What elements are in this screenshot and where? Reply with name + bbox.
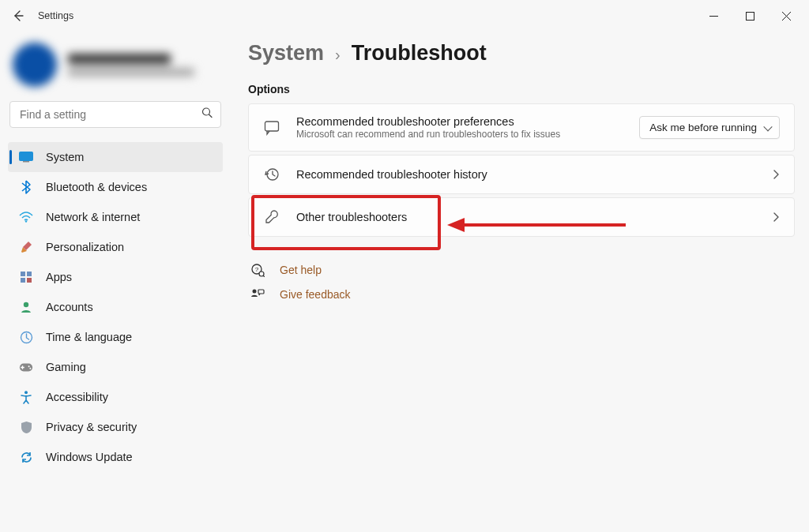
card-troubleshooter-history[interactable]: Recommended troubleshooter history — [248, 155, 795, 194]
svg-text:?: ? — [255, 266, 259, 273]
chevron-right-icon — [772, 212, 780, 223]
breadcrumb: System › Troubleshoot — [248, 41, 795, 66]
bluetooth-icon — [19, 180, 33, 194]
svg-rect-23 — [258, 290, 264, 294]
back-button[interactable] — [5, 2, 32, 29]
svg-rect-8 — [27, 278, 32, 283]
search-icon — [201, 107, 213, 122]
card-title: Recommended troubleshooter history — [296, 168, 756, 181]
profile-name — [68, 54, 171, 64]
breadcrumb-root[interactable]: System — [248, 41, 324, 66]
breadcrumb-current: Troubleshoot — [352, 41, 487, 66]
get-help-link[interactable]: ? Get help — [248, 257, 795, 283]
apps-icon — [19, 270, 33, 284]
svg-point-22 — [253, 290, 257, 294]
search-input[interactable] — [9, 101, 221, 128]
history-icon — [263, 167, 280, 182]
sidebar-item-bluetooth[interactable]: Bluetooth & devices — [8, 172, 223, 202]
sidebar-item-accounts[interactable]: Accounts — [8, 292, 223, 322]
time-language-icon — [19, 330, 33, 344]
link-label: Give feedback — [280, 288, 351, 301]
svg-rect-7 — [21, 278, 25, 283]
give-feedback-link[interactable]: Give feedback — [248, 283, 795, 306]
sidebar-item-label: Privacy & security — [46, 421, 137, 433]
card-subtitle: Microsoft can recommend and run troubles… — [296, 129, 623, 140]
sidebar-item-label: System — [46, 151, 84, 163]
card-recommended-preferences[interactable]: Recommended troubleshooter preferences M… — [248, 103, 795, 152]
profile-header[interactable] — [8, 36, 223, 101]
sidebar-item-label: Windows Update — [46, 451, 133, 463]
titlebar: Settings — [0, 0, 809, 32]
accounts-icon — [19, 300, 33, 314]
sidebar-item-label: Time & language — [46, 331, 132, 343]
sidebar-item-label: Apps — [46, 271, 72, 283]
sidebar-item-label: Accounts — [46, 301, 93, 313]
network-icon — [19, 210, 33, 224]
sidebar-item-privacy[interactable]: Privacy & security — [8, 412, 223, 442]
sidebar-item-windows-update[interactable]: Windows Update — [8, 442, 223, 472]
privacy-icon — [19, 420, 33, 434]
system-icon — [19, 150, 33, 164]
sidebar-item-accessibility[interactable]: Accessibility — [8, 382, 223, 412]
sidebar-item-time-language[interactable]: Time & language — [8, 322, 223, 352]
sidebar-item-label: Accessibility — [46, 391, 108, 403]
svg-point-9 — [24, 302, 28, 307]
maximize-button[interactable] — [732, 3, 768, 28]
gaming-icon — [19, 360, 33, 374]
svg-rect-0 — [746, 12, 754, 20]
wrench-icon — [263, 209, 280, 225]
personalization-icon — [19, 240, 33, 254]
main-content: System › Troubleshoot Options Recommende… — [231, 32, 809, 532]
svg-rect-3 — [23, 161, 29, 163]
sidebar-item-gaming[interactable]: Gaming — [8, 352, 223, 382]
section-label: Options — [248, 83, 795, 96]
windows-update-icon — [19, 450, 33, 464]
svg-point-12 — [28, 365, 30, 367]
svg-rect-6 — [27, 272, 32, 276]
svg-point-14 — [24, 391, 28, 394]
close-button[interactable] — [768, 3, 804, 28]
minimize-button[interactable] — [695, 3, 732, 28]
svg-rect-5 — [21, 272, 25, 276]
help-links: ? Get help Give feedback — [248, 257, 795, 306]
accessibility-icon — [19, 390, 33, 404]
sidebar-item-network[interactable]: Network & internet — [8, 202, 223, 232]
card-title: Recommended troubleshooter preferences — [296, 115, 623, 128]
search-box — [9, 101, 221, 128]
card-title: Other troubleshooters — [296, 211, 756, 223]
sidebar-item-personalization[interactable]: Personalization — [8, 232, 223, 262]
chat-icon — [263, 120, 280, 136]
svg-point-13 — [29, 367, 31, 369]
link-label: Get help — [280, 264, 322, 276]
preference-dropdown[interactable]: Ask me before running — [639, 116, 780, 139]
chevron-right-icon: › — [335, 46, 341, 64]
help-icon: ? — [250, 263, 265, 277]
sidebar-item-apps[interactable]: Apps — [8, 262, 223, 292]
svg-point-4 — [25, 220, 27, 222]
avatar — [13, 43, 57, 87]
sidebar-item-label: Network & internet — [46, 211, 140, 223]
window-title: Settings — [38, 10, 73, 21]
profile-email — [68, 68, 194, 77]
chevron-right-icon — [772, 169, 780, 180]
feedback-icon — [250, 288, 265, 301]
sidebar: System Bluetooth & devices Network & int… — [0, 32, 231, 532]
svg-rect-15 — [265, 122, 279, 131]
sidebar-nav: System Bluetooth & devices Network & int… — [8, 142, 223, 472]
svg-rect-2 — [20, 152, 33, 161]
card-other-troubleshooters[interactable]: Other troubleshooters — [248, 197, 795, 237]
sidebar-item-label: Personalization — [46, 241, 124, 253]
sidebar-item-system[interactable]: System — [8, 142, 223, 172]
sidebar-item-label: Bluetooth & devices — [46, 181, 147, 193]
sidebar-item-label: Gaming — [46, 361, 86, 373]
